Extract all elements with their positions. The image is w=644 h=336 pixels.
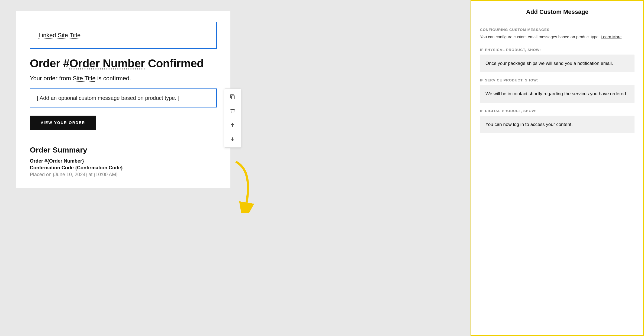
move-up-button[interactable]: [227, 119, 239, 131]
digital-product-section: IF DIGITAL PRODUCT, SHOW: You can now lo…: [480, 109, 635, 134]
order-number-line: Order #{Order Number}: [30, 158, 217, 164]
order-summary-heading: Order Summary: [30, 146, 217, 154]
physical-product-section: IF PHYSICAL PRODUCT, SHOW: Once your pac…: [480, 48, 635, 72]
move-down-button[interactable]: [227, 133, 239, 145]
service-product-message[interactable]: We will be in contact shortly regarding …: [480, 85, 635, 103]
site-title-block[interactable]: Linked Site Title: [30, 22, 217, 49]
order-heading: Order #Order Number Confirmed: [30, 57, 217, 70]
confirmation-code-line: Confirmation Code {Confirmation Code}: [30, 165, 217, 171]
right-panel-title: Add Custom Message: [480, 8, 635, 15]
view-order-button[interactable]: VIEW YOUR ORDER: [30, 116, 96, 130]
digital-product-message[interactable]: You can now log in to access your conten…: [480, 116, 635, 134]
service-product-section: IF SERVICE PRODUCT, SHOW: We will be in …: [480, 78, 635, 103]
custom-message-wrapper: [ Add an optional custom message based o…: [30, 88, 217, 107]
placed-on-line: Placed on {June 10, 2024} at {10:00 AM}: [30, 172, 217, 177]
physical-product-message[interactable]: Once your package ships we will send you…: [480, 55, 635, 72]
section-divider: [30, 138, 217, 138]
config-description: You can configure custom email messages …: [480, 34, 635, 40]
digital-product-label: IF DIGITAL PRODUCT, SHOW:: [480, 109, 635, 113]
physical-product-label: IF PHYSICAL PRODUCT, SHOW:: [480, 48, 635, 52]
right-panel-header: Add Custom Message: [471, 1, 643, 21]
custom-message-placeholder: [ Add an optional custom message based o…: [37, 95, 179, 101]
service-product-label: IF SERVICE PRODUCT, SHOW:: [480, 78, 635, 82]
custom-message-block[interactable]: [ Add an optional custom message based o…: [30, 88, 217, 107]
copy-button[interactable]: [227, 91, 239, 103]
floating-toolbar: [224, 88, 241, 148]
delete-button[interactable]: [227, 105, 239, 117]
config-section: CONFIGURING CUSTOM MESSAGES You can conf…: [480, 28, 635, 40]
site-title-text: Linked Site Title: [38, 32, 80, 39]
svg-rect-0: [231, 96, 235, 99]
learn-more-link[interactable]: Learn More: [601, 34, 622, 39]
email-container: Linked Site Title Order #Order Number Co…: [16, 11, 230, 188]
config-label: CONFIGURING CUSTOM MESSAGES: [480, 28, 635, 32]
right-panel-body: CONFIGURING CUSTOM MESSAGES You can conf…: [471, 21, 643, 335]
email-preview-area: Linked Site Title Order #Order Number Co…: [0, 0, 471, 336]
yellow-arrow: [214, 159, 274, 213]
order-from-text: Your order from Site Title is confirmed.: [30, 75, 217, 82]
right-panel: Add Custom Message CONFIGURING CUSTOM ME…: [471, 0, 644, 336]
